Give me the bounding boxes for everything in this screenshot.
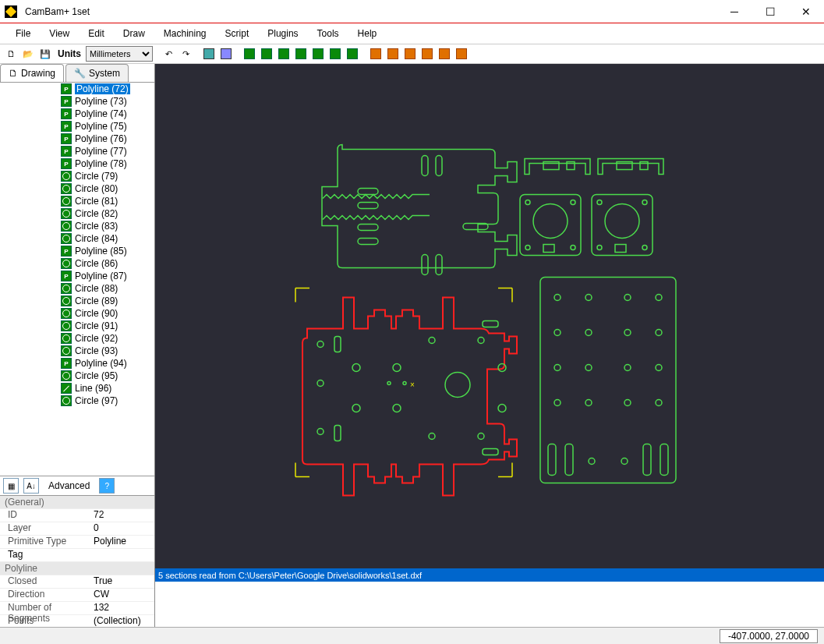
tree-item[interactable]: Circle (95) bbox=[0, 370, 154, 382]
tree-item[interactable]: Circle (89) bbox=[0, 295, 154, 307]
menu-help[interactable]: Help bbox=[350, 25, 385, 42]
maximize-button[interactable]: ☐ bbox=[752, 0, 788, 23]
prop-prim-val[interactable]: Polyline bbox=[94, 536, 154, 548]
menu-edit[interactable]: Edit bbox=[80, 25, 112, 42]
open-icon[interactable]: 📂 bbox=[20, 46, 36, 62]
tree-item[interactable]: Circle (82) bbox=[0, 207, 154, 220]
tree-item[interactable]: Circle (93) bbox=[0, 345, 154, 357]
tab-system[interactable]: 🔧 System bbox=[65, 64, 129, 82]
tree-item[interactable]: Polyline (73) bbox=[0, 95, 154, 108]
svg-rect-67 bbox=[334, 337, 341, 352]
circ-icon bbox=[61, 233, 72, 244]
svg-point-59 bbox=[429, 338, 435, 344]
op5-icon[interactable] bbox=[437, 46, 452, 62]
tree-item[interactable]: Polyline (76) bbox=[0, 133, 154, 145]
tree-item[interactable]: Circle (91) bbox=[0, 320, 154, 332]
svg-point-36 bbox=[656, 295, 662, 301]
svg-point-42 bbox=[585, 365, 592, 371]
help-icon[interactable]: ? bbox=[99, 478, 115, 494]
drawing-canvas[interactable]: × bbox=[155, 64, 824, 568]
tree-item[interactable]: Circle (97) bbox=[0, 395, 154, 407]
advanced-button[interactable]: Advanced bbox=[44, 479, 94, 493]
tree-item[interactable]: Polyline (75) bbox=[0, 120, 154, 133]
tree-item[interactable]: Circle (81) bbox=[0, 195, 154, 207]
save-icon[interactable]: 💾 bbox=[37, 46, 53, 62]
menu-machining[interactable]: Machining bbox=[156, 25, 214, 42]
minimize-button[interactable]: ─ bbox=[716, 0, 752, 23]
tree-item[interactable]: Circle (83) bbox=[0, 220, 154, 232]
tree-item[interactable]: Polyline (77) bbox=[0, 145, 154, 157]
menu-tools[interactable]: Tools bbox=[309, 25, 347, 42]
mop3-icon[interactable] bbox=[276, 46, 292, 62]
tree-item[interactable]: Circle (88) bbox=[0, 282, 154, 295]
mop4-icon[interactable] bbox=[293, 46, 309, 62]
tree-item[interactable]: Polyline (74) bbox=[0, 108, 154, 120]
prop-tag-key: Tag bbox=[0, 549, 94, 561]
new-icon[interactable]: 🗋 bbox=[3, 46, 19, 62]
undo-icon[interactable]: ↶ bbox=[161, 46, 176, 62]
sort-icon[interactable]: A↓ bbox=[23, 478, 39, 494]
poly-icon bbox=[61, 83, 72, 94]
prop-pts-val[interactable]: (Collection) bbox=[94, 615, 154, 627]
menu-view[interactable]: View bbox=[41, 25, 77, 42]
tree-item[interactable]: Polyline (78) bbox=[0, 157, 154, 170]
op6-icon[interactable] bbox=[454, 46, 469, 62]
prop-group-general[interactable]: (General) bbox=[0, 496, 154, 509]
tree-item[interactable]: Circle (86) bbox=[0, 257, 154, 270]
svg-rect-28 bbox=[540, 278, 676, 483]
properties-grid[interactable]: (General) ID72 Layer0 Primitive TypePoly… bbox=[0, 496, 154, 627]
redo-icon[interactable]: ↷ bbox=[178, 46, 193, 62]
mop1-icon[interactable] bbox=[242, 46, 257, 62]
tree-item[interactable]: Polyline (72) bbox=[0, 83, 154, 95]
tree-item-label: Polyline (75) bbox=[75, 121, 127, 132]
mop7-icon[interactable] bbox=[345, 46, 360, 62]
prop-layer-val[interactable]: 0 bbox=[94, 522, 154, 535]
prop-seg-val[interactable]: 132 bbox=[94, 602, 154, 614]
svg-point-18 bbox=[525, 246, 530, 250]
mop6-icon[interactable] bbox=[327, 46, 343, 62]
tree-item[interactable]: Polyline (85) bbox=[0, 245, 154, 257]
svg-rect-8 bbox=[358, 239, 378, 245]
mop5-icon[interactable] bbox=[310, 46, 326, 62]
tree-item[interactable]: Circle (80) bbox=[0, 182, 154, 195]
tree-item-label: Polyline (78) bbox=[75, 158, 127, 169]
menu-script[interactable]: Script bbox=[217, 25, 257, 42]
svg-point-33 bbox=[554, 295, 561, 301]
prop-dir-val[interactable]: CW bbox=[94, 589, 154, 601]
categorize-icon[interactable]: ▦ bbox=[3, 478, 19, 494]
prop-closed-val[interactable]: True bbox=[94, 575, 154, 588]
tree-item[interactable]: Circle (84) bbox=[0, 232, 154, 245]
tree-item[interactable]: Circle (90) bbox=[0, 307, 154, 320]
op2-icon[interactable] bbox=[385, 46, 401, 62]
log-area bbox=[155, 582, 824, 627]
menu-draw[interactable]: Draw bbox=[115, 25, 153, 42]
tree-item[interactable]: Line (96) bbox=[0, 382, 154, 395]
title-bar: CamBam+ 1set ─ ☐ ✕ bbox=[0, 0, 824, 23]
op3-icon[interactable] bbox=[402, 46, 418, 62]
tree-item[interactable]: Circle (92) bbox=[0, 332, 154, 345]
menu-file[interactable]: File bbox=[8, 25, 38, 42]
units-select[interactable]: Millimeters bbox=[86, 46, 153, 62]
close-button[interactable]: ✕ bbox=[788, 0, 824, 23]
tab-drawing[interactable]: 🗋 Drawing bbox=[0, 64, 64, 82]
tree-item[interactable]: Polyline (94) bbox=[0, 357, 154, 370]
circ-icon bbox=[61, 345, 72, 356]
tree-item[interactable]: Polyline (87) bbox=[0, 270, 154, 282]
svg-point-15 bbox=[533, 204, 568, 239]
svg-point-41 bbox=[554, 365, 561, 371]
menu-plugins[interactable]: Plugins bbox=[260, 25, 306, 42]
tree-item[interactable]: Circle (79) bbox=[0, 170, 154, 182]
snap-icon[interactable] bbox=[218, 46, 234, 62]
grid-icon[interactable] bbox=[201, 46, 217, 62]
op4-icon[interactable] bbox=[419, 46, 435, 62]
mop2-icon[interactable] bbox=[259, 46, 274, 62]
svg-rect-29 bbox=[548, 444, 556, 476]
prop-id-val[interactable]: 72 bbox=[94, 509, 154, 522]
tree-item-label: Circle (83) bbox=[75, 221, 118, 232]
svg-point-35 bbox=[624, 295, 631, 301]
op1-icon[interactable] bbox=[368, 46, 384, 62]
prop-group-polyline[interactable]: Polyline bbox=[0, 562, 154, 575]
prop-tag-val[interactable] bbox=[94, 549, 154, 561]
drawing-tree[interactable]: Polyline (72)Polyline (73)Polyline (74)P… bbox=[0, 83, 154, 476]
status-message: 5 sections read from C:\Users\Peter\Goog… bbox=[155, 568, 824, 582]
